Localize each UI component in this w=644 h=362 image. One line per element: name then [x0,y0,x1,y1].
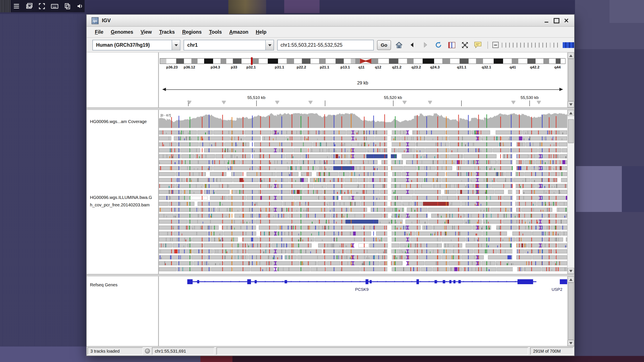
menu-file[interactable]: File [92,27,107,36]
ideogram-band [176,59,184,63]
ideogram-band [226,59,233,63]
alignment-scrollbar[interactable] [567,110,574,274]
region-marker-icon[interactable] [512,101,516,106]
region-marker-icon[interactable] [187,101,191,106]
panel-divider[interactable] [87,274,574,277]
ideogram-band-label: q31.1 [457,65,466,69]
alignment-track-name-line2[interactable]: h_cov_pcr_free.20140203.bam [90,202,157,207]
define-region-icon[interactable] [447,40,457,50]
menu-icon[interactable] [12,2,20,10]
gene-exon[interactable] [416,279,419,284]
gene-exon[interactable] [443,280,445,283]
menu-genomes[interactable]: Genomes [108,27,136,36]
ideogram-band-label: p36.12 [184,65,195,69]
copy-icon[interactable] [63,2,71,10]
back-arrow-icon[interactable] [408,40,417,50]
menu-help[interactable]: Help [252,27,270,36]
desktop-patch [575,49,644,166]
gene-track-name[interactable]: Refseq Genes [90,282,157,287]
region-marker-icon[interactable] [222,101,226,106]
gene-scrollbar[interactable] [567,276,574,346]
tooltip-bubble-icon[interactable] [473,40,483,50]
gene-exon[interactable] [370,280,372,283]
gene-exon[interactable] [197,280,200,283]
scroll-up-icon[interactable] [568,52,574,59]
scroll-up-icon[interactable] [568,110,574,116]
menu-tracks[interactable]: Tracks [156,27,178,36]
screenshot-icon[interactable] [25,2,33,10]
gene-exon[interactable] [518,279,534,284]
fullscreen-icon[interactable] [38,2,46,10]
gene-exon[interactable] [449,280,452,283]
menu-regions[interactable]: Regions [179,27,205,36]
panel-divider[interactable] [87,107,574,110]
coverage-track-name[interactable]: HG00096.wgs...am Coverage [90,119,157,124]
alignment-track-name-line1[interactable]: HG00096.wgs.ILLUMINA.bwa.G [90,195,157,200]
genome-select[interactable]: Human (GRCh37/hg19) [92,40,180,50]
ideogram-band [311,59,319,63]
scrollbar-thumb[interactable] [568,59,574,101]
home-icon[interactable] [394,40,404,50]
region-marker-icon[interactable] [275,101,279,106]
region-marker-icon[interactable] [428,101,432,106]
gene-exon[interactable] [434,280,437,283]
ideogram-band [166,59,176,63]
go-button[interactable]: Go [377,40,391,50]
gene-exon[interactable] [366,279,368,284]
scrollbar-track[interactable] [568,59,574,101]
region-marker-icon[interactable] [537,101,541,106]
chromosome-select[interactable]: chr1 [184,40,274,50]
ideogram-band-label: q42.2 [530,65,539,69]
title-bar[interactable]: igv IGV [87,15,574,27]
centromere [360,59,372,63]
gene-exon[interactable] [453,280,456,283]
gene-exon[interactable] [187,279,192,284]
gene-exon[interactable] [254,280,257,283]
scrollbar-track[interactable] [568,116,574,268]
region-marker-icon[interactable] [308,101,312,106]
scrollbar-track[interactable] [568,282,574,340]
alignment-name-panel: HG00096.wgs...am Coverage HG00096.wgs.IL… [87,110,159,274]
alignment-canvas[interactable] [159,110,567,274]
zoom-out-icon[interactable] [492,42,498,48]
zoom-slider-level[interactable] [563,42,574,48]
gene-exon[interactable] [247,279,251,284]
scroll-down-icon[interactable] [568,101,574,107]
desktop-tray [0,0,84,12]
gene-data-area[interactable]: ››››››››››››››››››››››››››››››››››››››››… [159,276,567,346]
chromosome-ideogram[interactable] [160,58,566,64]
ruler-scrollbar[interactable] [567,52,574,107]
scroll-up-icon[interactable] [568,276,574,282]
zoom-slider[interactable] [502,42,559,47]
ideogram-band-label: p21.1 [320,65,329,69]
region-marker-icon[interactable] [403,101,407,106]
tracks-loaded-field: 3 tracks loaded [88,347,143,355]
menu-tools[interactable]: Tools [206,27,225,36]
minimize-button[interactable] [544,17,550,24]
maximize-button[interactable] [553,17,560,24]
ideogram-band [536,59,543,63]
menu-view[interactable]: View [137,27,155,36]
ideogram-band-label: p32.1 [246,65,256,69]
close-button[interactable] [563,17,569,24]
speaker-icon[interactable] [76,2,84,10]
menu-amazon[interactable]: Amazon [226,27,252,36]
keyboard-icon[interactable] [50,2,59,10]
forward-arrow-icon[interactable] [421,40,430,50]
chevron-down-icon[interactable] [172,40,180,50]
ideogram-band [543,59,549,63]
scroll-down-icon[interactable] [568,340,574,346]
gene-exon[interactable] [560,279,567,284]
scroll-down-icon[interactable] [568,268,574,274]
main-content: p36.23p36.12p34.3p33p32.1p31.1p22.2p21.1… [87,52,574,346]
gene-exon[interactable] [285,280,287,283]
gene-exon[interactable] [458,280,460,283]
scrollbar-thumb[interactable] [568,282,574,340]
scrollbar-thumb[interactable] [568,119,574,143]
ruler[interactable]: 29 kb 55,510 kb55,520 kb55,530 kb [160,80,565,107]
menu-bar: FileGenomesViewTracksRegionsToolsAmazonH… [87,27,574,38]
locus-input[interactable] [277,40,374,50]
refresh-icon[interactable] [434,40,444,50]
chevron-down-icon[interactable] [266,40,274,50]
fit-to-window-icon[interactable] [460,40,470,50]
